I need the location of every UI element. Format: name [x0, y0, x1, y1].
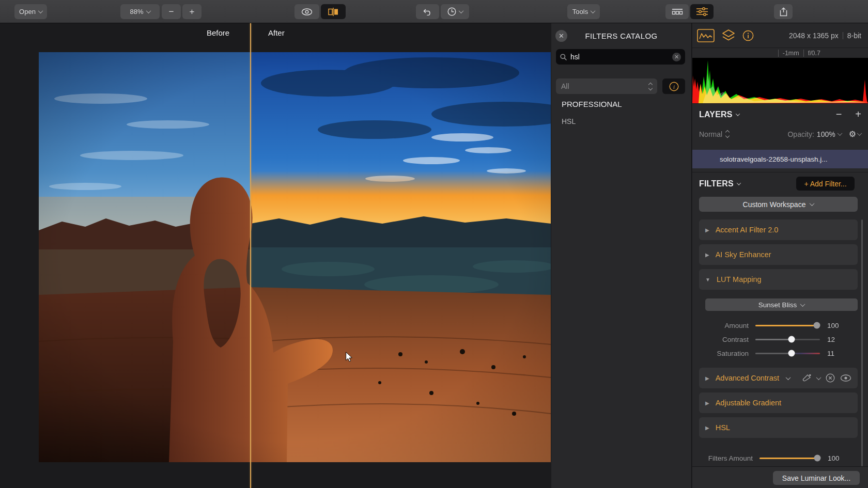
add-layer-button[interactable]: +: [855, 108, 861, 120]
disclosure-right-icon[interactable]: ▶: [705, 252, 709, 258]
chevron-down-icon[interactable]: [786, 375, 791, 380]
mouse-cursor: [345, 352, 353, 362]
remove-filter-icon[interactable]: [826, 373, 835, 383]
amount-slider[interactable]: [755, 325, 820, 326]
adjustments-sliders-icon: [696, 7, 708, 16]
filter-card-ai-sky[interactable]: ▶ AI Sky Enhancer: [699, 244, 858, 265]
disclosure-right-icon[interactable]: ▶: [705, 227, 709, 233]
slider-row-filters-amount: Filters Amount 100: [692, 451, 868, 465]
slider-label: Saturation: [692, 350, 755, 357]
filter-card-accent-ai[interactable]: ▶ Accent AI Filter 2.0: [699, 219, 858, 240]
after-label: After: [268, 28, 285, 37]
image-canvas[interactable]: Before After: [0, 23, 551, 488]
filmstrip-icon: [672, 8, 683, 15]
slider-value: 100: [820, 322, 839, 329]
catalog-category-professional[interactable]: PROFESSIONAL: [562, 100, 622, 108]
zoom-in-button[interactable]: +: [182, 4, 202, 19]
slider-knob[interactable]: [788, 336, 795, 343]
divider: [803, 50, 804, 57]
layers-section-toggle[interactable]: LAYERS: [699, 110, 739, 119]
chevron-down-icon: [837, 131, 842, 136]
remove-layer-button[interactable]: −: [836, 108, 842, 120]
slider-row-contrast: Contrast 12: [692, 333, 868, 346]
undo-button[interactable]: [416, 4, 439, 19]
preview-button[interactable]: [295, 4, 319, 19]
filters-catalog-title: FILTERS CATALOG: [551, 32, 691, 40]
divider: [692, 103, 868, 104]
filter-search-box[interactable]: ✕: [556, 49, 685, 65]
save-luminar-look-button[interactable]: Save Luminar Look...: [773, 471, 860, 485]
slider-knob[interactable]: [813, 322, 820, 329]
brush-edit-icon[interactable]: [801, 374, 812, 382]
updown-chevron-icon: [726, 131, 729, 137]
layer-name: solotravelgoals-22658-unsplash.j...: [720, 155, 828, 163]
side-panel-toggle[interactable]: [690, 4, 714, 19]
disclosure-right-icon[interactable]: ▶: [705, 375, 709, 381]
compare-button[interactable]: [321, 4, 346, 19]
chevron-down-icon: [810, 201, 815, 206]
lut-preset-dropdown[interactable]: Sunset Bliss: [705, 298, 858, 311]
filters-section-toggle[interactable]: FILTERS: [699, 179, 740, 188]
filter-card-label: AI Sky Enhancer: [716, 250, 771, 259]
catalog-item-hsl[interactable]: HSL: [562, 117, 576, 125]
disclosure-right-icon[interactable]: ▶: [705, 425, 709, 431]
filter-card-label: Advanced Contrast: [716, 374, 779, 382]
contrast-slider[interactable]: [755, 339, 820, 340]
opacity-value: 100%: [817, 130, 835, 138]
panel-scrollbar[interactable]: [861, 219, 863, 466]
filter-card-adjustable-gradient[interactable]: ▶ Adjustable Gradient: [699, 392, 858, 413]
svg-text:i: i: [673, 83, 674, 89]
filters-header: FILTERS: [699, 179, 740, 188]
chevron-down-icon: [146, 8, 151, 13]
slider-fill: [755, 339, 792, 340]
workspace-value: Custom Workspace: [743, 200, 806, 209]
chevron-down-icon: [38, 8, 43, 13]
tools-button[interactable]: Tools: [567, 4, 600, 19]
opacity-dropdown[interactable]: Opacity: 100%: [787, 130, 841, 138]
layers-tab-icon[interactable]: [722, 29, 735, 42]
info-tab-icon[interactable]: [742, 30, 754, 41]
filter-card-lut-mapping[interactable]: ▼ LUT Mapping: [699, 269, 858, 290]
workspace-dropdown[interactable]: Custom Workspace: [699, 197, 858, 212]
histogram-tab-icon[interactable]: [697, 29, 715, 42]
disclosure-down-icon[interactable]: ▼: [705, 277, 710, 282]
chevron-down-icon: [737, 181, 741, 185]
slider-row-saturation: Saturation 11: [692, 347, 868, 360]
filters-amount-slider[interactable]: [760, 458, 820, 459]
filter-card-hsl[interactable]: ▶ HSL: [699, 417, 858, 438]
export-button[interactable]: [774, 4, 793, 19]
filter-card-label: Adjustable Gradient: [716, 399, 781, 407]
blend-mode-dropdown[interactable]: Normal: [699, 130, 729, 138]
visibility-eye-icon[interactable]: [840, 374, 851, 382]
layer-settings-button[interactable]: ⚙: [849, 129, 861, 139]
chevron-down-icon[interactable]: [816, 375, 822, 380]
category-info-button[interactable]: i: [662, 78, 685, 94]
saturation-slider[interactable]: [755, 353, 820, 354]
history-button[interactable]: [441, 4, 469, 19]
filters-catalog-panel: ✕ FILTERS CATALOG ✕ All i PROFESSIONAL H…: [551, 23, 692, 488]
histogram-chart[interactable]: [692, 58, 868, 103]
slider-knob[interactable]: [788, 350, 795, 357]
history-clock-icon: [447, 7, 456, 16]
search-icon: [560, 54, 567, 60]
gear-icon: ⚙: [849, 129, 856, 139]
slider-fill: [755, 353, 792, 354]
disclosure-right-icon[interactable]: ▶: [705, 400, 709, 406]
filmstrip-panel-toggle[interactable]: [665, 4, 689, 19]
filter-card-advanced-contrast[interactable]: ▶ Advanced Contrast: [699, 368, 858, 388]
slider-knob[interactable]: [814, 455, 821, 462]
slider-value: 11: [820, 350, 834, 357]
layer-item-selected[interactable]: solotravelgoals-22658-unsplash.j...: [692, 150, 868, 168]
layers-header-row: LAYERS − +: [699, 108, 861, 120]
chevron-down-icon: [735, 112, 739, 116]
open-button[interactable]: Open: [14, 4, 47, 19]
zoom-out-button[interactable]: −: [162, 4, 181, 19]
category-dropdown[interactable]: All: [556, 78, 657, 94]
before-after-divider[interactable]: [250, 23, 251, 488]
clear-search-icon[interactable]: ✕: [672, 53, 681, 61]
opacity-label: Opacity:: [787, 130, 814, 138]
filter-search-input[interactable]: [570, 53, 669, 61]
zoom-level-dropdown[interactable]: 88%: [120, 4, 160, 19]
add-filter-button[interactable]: + Add Filter...: [796, 177, 855, 191]
undo-icon: [423, 8, 432, 15]
